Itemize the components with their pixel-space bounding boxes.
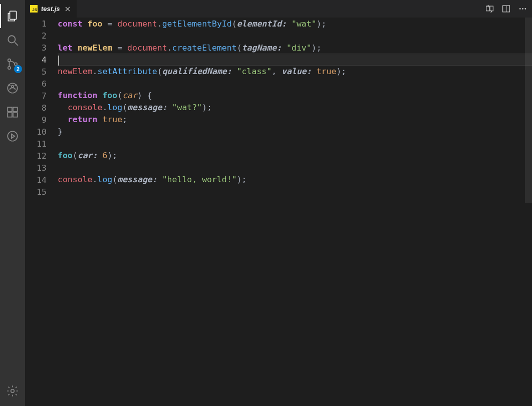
vertical-scrollbar[interactable] bbox=[525, 18, 532, 203]
extensions-icon[interactable] bbox=[0, 100, 25, 124]
code-content[interactable]: const foo = document.getElementById(elem… bbox=[58, 18, 532, 406]
line-number-gutter: 123456789101112131415 bbox=[25, 18, 58, 406]
svg-rect-8 bbox=[13, 107, 18, 112]
svg-rect-13 bbox=[486, 6, 489, 11]
svg-rect-9 bbox=[8, 113, 12, 117]
split-editor-icon[interactable] bbox=[502, 5, 510, 13]
settings-gear-icon[interactable] bbox=[0, 379, 25, 403]
code-editor[interactable]: 123456789101112131415 const foo = docume… bbox=[25, 18, 532, 406]
svg-rect-14 bbox=[490, 6, 493, 11]
svg-point-6 bbox=[12, 86, 14, 88]
debug-icon[interactable] bbox=[0, 76, 25, 100]
editor-actions bbox=[485, 5, 532, 13]
tab-test-js[interactable]: JS test.js bbox=[25, 0, 77, 18]
svg-rect-10 bbox=[13, 113, 18, 117]
explorer-icon[interactable] bbox=[0, 4, 25, 28]
svg-point-1 bbox=[8, 36, 15, 43]
svg-point-18 bbox=[524, 8, 526, 10]
tab-label: test.js bbox=[41, 5, 60, 13]
live-share-icon[interactable] bbox=[0, 124, 25, 148]
svg-point-16 bbox=[519, 8, 521, 10]
svg-rect-0 bbox=[10, 11, 17, 19]
svg-point-17 bbox=[522, 8, 523, 10]
scm-icon[interactable]: 2 bbox=[0, 52, 25, 76]
search-icon[interactable] bbox=[0, 28, 25, 52]
more-actions-icon[interactable] bbox=[518, 5, 527, 13]
tab-bar: JS test.js bbox=[25, 0, 532, 18]
editor-group: JS test.js 123456789101112131415 const f… bbox=[25, 0, 532, 406]
svg-point-3 bbox=[8, 67, 11, 69]
file-js-icon: JS bbox=[30, 5, 38, 13]
scrollbar-thumb[interactable] bbox=[525, 18, 532, 203]
scm-badge: 2 bbox=[14, 65, 22, 73]
svg-rect-7 bbox=[8, 107, 12, 112]
activity-bar: 2 bbox=[0, 0, 25, 406]
close-icon[interactable] bbox=[64, 5, 72, 13]
svg-point-12 bbox=[11, 389, 15, 393]
compare-changes-icon[interactable] bbox=[485, 5, 494, 13]
